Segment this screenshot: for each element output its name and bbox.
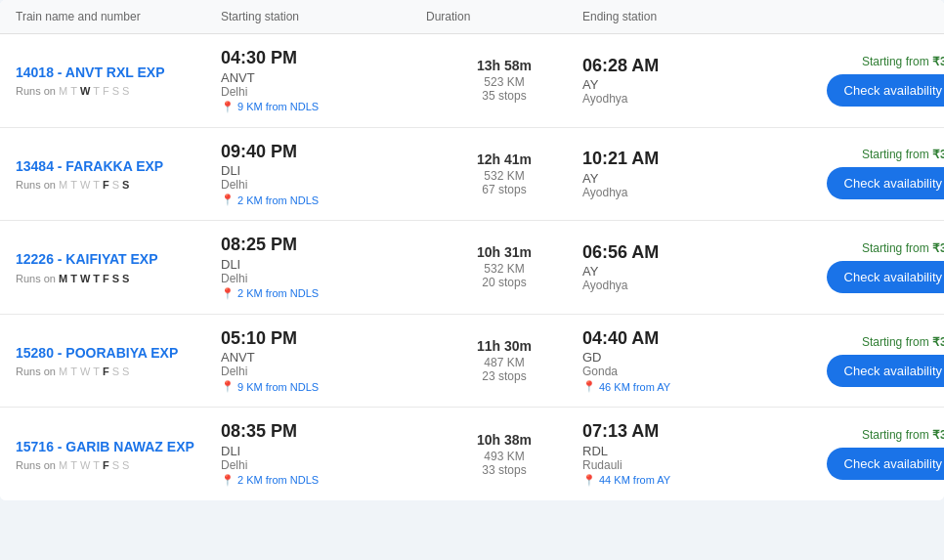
end-time: 06:28 AM <box>582 56 778 77</box>
distance-km: 487 KM <box>484 356 524 369</box>
end-station-col: 04:40 AM GD Gonda 📍 46 KM from AY <box>582 328 778 394</box>
end-code: AY <box>582 264 778 279</box>
table-row: 15716 - GARIB NAWAZ EXP Runs on M T W T … <box>0 408 944 500</box>
train-results-table: Train name and number Starting station D… <box>0 0 944 500</box>
end-time: 04:40 AM <box>582 328 778 350</box>
stops-count: 33 stops <box>482 463 526 477</box>
train-info-col: 14018 - ANVT RXL EXP Runs on M T W T F S… <box>16 64 221 97</box>
day-label: T <box>93 459 100 471</box>
check-availability-button[interactable]: Check availability <box>827 355 944 387</box>
day-label: S <box>112 85 119 97</box>
start-city: Delhi <box>221 178 426 192</box>
train-info-col: 13484 - FARAKKA EXP Runs on M T W T F S … <box>16 157 221 191</box>
start-code: DLI <box>221 163 426 178</box>
pin-icon: 📍 <box>221 380 235 393</box>
runs-on-row: Runs on M T W T F S S <box>16 459 221 471</box>
day-label: S <box>112 459 119 471</box>
header-duration: Duration <box>426 10 582 23</box>
end-city: Ayodhya <box>582 92 778 106</box>
check-availability-button[interactable]: Check availability <box>827 261 944 293</box>
price-value: ₹360 <box>932 148 944 161</box>
day-label: T <box>70 459 77 471</box>
end-code: AY <box>582 77 778 92</box>
duration-col: 12h 41m 532 KM 67 stops <box>426 151 582 196</box>
end-time: 06:56 AM <box>582 242 778 264</box>
day-label: W <box>80 85 90 97</box>
train-name[interactable]: 12226 - KAIFIYAT EXP <box>16 250 221 268</box>
end-code: GD <box>582 350 778 365</box>
start-city: Delhi <box>221 365 426 378</box>
day-label: T <box>70 85 77 97</box>
stops-count: 35 stops <box>482 89 526 103</box>
end-city: Rudauli <box>582 458 778 472</box>
start-distance: 📍 2 KM from NDLS <box>221 474 426 487</box>
start-distance: 📍 2 KM from NDLS <box>221 194 426 206</box>
day-label: S <box>122 85 129 97</box>
duration-wrapper: 10h 38m 493 KM 33 stops <box>426 432 582 477</box>
train-name[interactable]: 13484 - FARAKKA EXP <box>16 157 221 175</box>
runs-on-label: Runs on <box>16 459 56 471</box>
day-label: T <box>70 273 77 284</box>
duration-time: 11h 30m <box>477 338 532 354</box>
end-city: Ayodhya <box>582 186 778 199</box>
day-label: F <box>103 273 109 284</box>
start-station-col: 05:10 PM ANVT Delhi 📍 9 KM from NDLS <box>221 328 426 394</box>
table-row: 15280 - POORABIYA EXP Runs on M T W T F … <box>0 315 944 409</box>
day-label: S <box>112 273 119 284</box>
start-code: DLI <box>221 257 426 272</box>
start-distance: 📍 9 KM from NDLS <box>221 101 426 113</box>
end-station-col: 06:56 AM AY Ayodhya <box>582 242 778 293</box>
start-city: Delhi <box>221 272 426 285</box>
day-label: S <box>112 366 119 377</box>
runs-on-label: Runs on <box>16 273 56 284</box>
check-availability-button[interactable]: Check availability <box>827 167 944 199</box>
duration-time: 10h 31m <box>477 244 532 260</box>
check-availability-button[interactable]: Check availability <box>827 74 944 107</box>
table-row: 12226 - KAIFIYAT EXP Runs on M T W T F S… <box>0 221 944 315</box>
price-label: Starting from ₹360 <box>862 55 944 68</box>
train-name[interactable]: 15280 - POORABIYA EXP <box>16 344 221 362</box>
train-name[interactable]: 14018 - ANVT RXL EXP <box>16 64 221 81</box>
start-time: 08:35 PM <box>221 421 426 443</box>
train-info-col: 15716 - GARIB NAWAZ EXP Runs on M T W T … <box>16 438 221 471</box>
duration-col: 10h 31m 532 KM 20 stops <box>426 244 582 289</box>
duration-wrapper: 11h 30m 487 KM 23 stops <box>426 338 582 383</box>
duration-time: 10h 38m <box>477 432 532 448</box>
end-distance: 📍 46 KM from AY <box>582 380 778 393</box>
distance-km: 532 KM <box>484 169 524 183</box>
end-distance: 📍 44 KM from AY <box>582 474 778 487</box>
day-label: T <box>70 179 77 191</box>
price-value: ₹360 <box>932 55 944 68</box>
train-name[interactable]: 15716 - GARIB NAWAZ EXP <box>16 438 221 455</box>
duration-col: 13h 58m 523 KM 35 stops <box>426 58 582 103</box>
start-distance: 📍 2 KM from NDLS <box>221 287 426 300</box>
runs-on-row: Runs on M T W T F S S <box>16 366 221 377</box>
day-label: S <box>122 459 129 471</box>
pin-icon: 📍 <box>221 287 235 300</box>
distance-km: 493 KM <box>484 450 524 463</box>
day-label: S <box>112 179 119 191</box>
price-value: ₹340 <box>932 335 944 349</box>
end-city: Ayodhya <box>582 279 778 292</box>
duration-col: 11h 30m 487 KM 23 stops <box>426 338 582 383</box>
start-station-col: 04:30 PM ANVT Delhi 📍 9 KM from NDLS <box>221 48 426 113</box>
availability-col: Starting from ₹340 Check availability <box>778 335 944 387</box>
day-label: T <box>93 273 100 284</box>
start-time: 05:10 PM <box>221 328 426 350</box>
distance-km: 532 KM <box>484 262 524 276</box>
table-header: Train name and number Starting station D… <box>0 0 944 34</box>
price-value: ₹335 <box>932 428 944 442</box>
end-station-col: 06:28 AM AY Ayodhya <box>582 56 778 107</box>
end-time: 10:21 AM <box>582 149 778 170</box>
day-label: T <box>93 179 100 191</box>
day-label: F <box>103 179 109 191</box>
day-label: S <box>122 366 129 377</box>
day-label: M <box>59 85 67 97</box>
duration-time: 12h 41m <box>477 151 532 167</box>
pin-icon: 📍 <box>582 474 596 487</box>
check-availability-button[interactable]: Check availability <box>827 448 944 480</box>
day-label: T <box>70 366 77 377</box>
train-info-col: 12226 - KAIFIYAT EXP Runs on M T W T F S… <box>16 250 221 283</box>
day-label: M <box>59 179 67 191</box>
start-code: ANVT <box>221 70 426 85</box>
